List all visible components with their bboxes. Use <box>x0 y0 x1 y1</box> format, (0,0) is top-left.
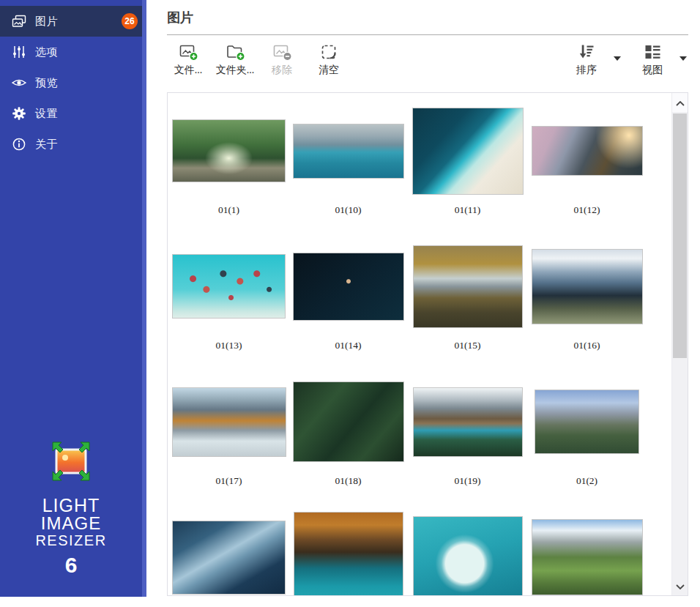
sidebar-item-settings[interactable]: 设置 <box>0 98 146 129</box>
view-icon <box>643 42 662 62</box>
gallery-item[interactable]: 01(1) <box>169 104 288 239</box>
thumbnail-caption: 01(17) <box>216 475 242 487</box>
clear-icon <box>319 42 338 62</box>
view-button-label: 视图 <box>642 64 663 77</box>
scroll-up-button[interactable] <box>672 93 688 112</box>
gallery-item[interactable]: 01(11) <box>408 104 527 239</box>
sidebar-item-pictures[interactable]: 图片26 <box>0 6 146 37</box>
clear-button[interactable]: 清空 <box>308 42 350 77</box>
pictures-icon <box>10 13 28 29</box>
sidebar-item-label: 图片 <box>35 15 58 29</box>
thumbnail-image[interactable] <box>413 516 523 596</box>
thumbnail-area <box>527 239 647 333</box>
sort-icon <box>577 42 596 62</box>
thumbnail-image[interactable] <box>172 254 286 319</box>
view-dropdown-caret[interactable] <box>679 51 687 64</box>
thumbnail-caption: 01(13) <box>216 340 242 351</box>
add-folder-button-label: 文件夹... <box>216 64 255 77</box>
thumbnail-image[interactable] <box>294 512 403 597</box>
thumbnail-image[interactable] <box>293 124 404 179</box>
thumbnail-image[interactable] <box>532 519 643 595</box>
gallery-item[interactable]: 01(12) <box>527 104 647 239</box>
sidebar: 图片26选项预览设置关于 <box>0 0 146 597</box>
thumbnail-area <box>527 104 647 198</box>
sidebar-item-preview[interactable]: 预览 <box>0 67 146 98</box>
toolbar-right-group: 排序视图 <box>565 42 688 77</box>
thumbnail-image[interactable] <box>172 387 286 457</box>
logo-text-light: LIGHT <box>0 496 142 515</box>
gallery-item[interactable]: 01(10) <box>288 104 408 239</box>
gallery-item[interactable]: 01(16) <box>527 239 647 375</box>
sidebar-item-label: 设置 <box>35 107 58 121</box>
add-file-icon <box>179 42 198 62</box>
gallery-item[interactable]: 01(14) <box>288 239 408 375</box>
scrollbar-thumb[interactable] <box>673 113 687 358</box>
sliders-icon <box>10 44 28 60</box>
gallery-item[interactable]: 01(19) <box>408 375 527 510</box>
gallery-item[interactable]: 01(15) <box>408 239 527 375</box>
thumbnail-caption: 01(11) <box>455 204 481 216</box>
thumbnail-image[interactable] <box>413 245 523 328</box>
gallery-item[interactable]: 01(2) <box>527 375 647 510</box>
add-files-button[interactable]: 文件... <box>167 42 209 77</box>
add-folder-icon <box>226 42 245 62</box>
gallery-item[interactable] <box>288 510 408 596</box>
thumbnail-area <box>169 239 288 333</box>
thumbnail-image[interactable] <box>532 126 643 176</box>
app-logo: LIGHT IMAGE RESIZER 6 <box>0 440 142 578</box>
thumbnail-caption: 01(19) <box>455 475 481 487</box>
thumbnail-caption: 01(18) <box>335 475 362 487</box>
add-folder-button[interactable]: 文件夹... <box>214 42 256 77</box>
app-window: 图片26选项预览设置关于 <box>0 0 700 607</box>
scrollbar[interactable] <box>671 93 688 595</box>
thumbnail-image[interactable] <box>293 381 404 462</box>
thumbnail-area <box>408 104 527 198</box>
thumbnail-area <box>408 239 527 333</box>
chevron-up-icon <box>676 96 685 109</box>
sort-button-label: 排序 <box>576 64 597 77</box>
remove-button-label: 移除 <box>272 64 292 77</box>
thumbnail-area <box>288 239 408 333</box>
gallery-item[interactable] <box>169 510 288 596</box>
sidebar-item-options[interactable]: 选项 <box>0 37 146 67</box>
gallery-item[interactable]: 01(18) <box>288 375 408 510</box>
thumbnail-caption: 01(14) <box>335 340 362 351</box>
thumbnail-area <box>288 375 408 469</box>
thumbnail-image[interactable] <box>172 119 286 182</box>
sidebar-item-label: 选项 <box>35 45 58 59</box>
thumbnail-area <box>169 375 288 469</box>
thumbnail-caption: 01(15) <box>455 340 481 351</box>
gallery-item[interactable] <box>527 510 647 596</box>
sort-dropdown-caret[interactable] <box>614 51 621 64</box>
thumbnail-caption: 01(12) <box>574 204 600 216</box>
logo-version: 6 <box>0 553 142 578</box>
remove-image-icon <box>272 42 292 62</box>
thumbnail-area <box>169 510 288 596</box>
sidebar-nav: 图片26选项预览设置关于 <box>0 0 146 160</box>
sort-button[interactable]: 排序 <box>565 42 608 77</box>
main-content: 图片 文件...文件夹...移除清空排序视图 01(1)01(10)01(11)… <box>146 0 700 607</box>
thumbnail-caption: 01(2) <box>576 475 597 487</box>
gallery-item[interactable]: 01(13) <box>169 239 288 375</box>
image-count-badge: 26 <box>122 13 138 29</box>
gallery-item[interactable] <box>408 510 527 596</box>
thumbnail-image[interactable] <box>412 108 524 195</box>
view-button[interactable]: 视图 <box>631 42 674 77</box>
gallery-grid: 01(1)01(10)01(11)01(12)01(13)01(14)01(15… <box>168 93 669 596</box>
thumbnail-area <box>527 510 647 596</box>
gear-icon <box>10 105 28 122</box>
thumbnail-image[interactable] <box>535 390 639 454</box>
thumbnail-image[interactable] <box>413 387 523 457</box>
remove-button: 移除 <box>261 42 303 77</box>
sidebar-item-label: 关于 <box>35 138 58 152</box>
sidebar-item-about[interactable]: 关于 <box>0 129 146 160</box>
gallery-item[interactable]: 01(17) <box>169 375 288 510</box>
add-files-button-label: 文件... <box>174 64 203 77</box>
thumbnail-image[interactable] <box>532 249 643 324</box>
logo-text-resizer: RESIZER <box>0 533 142 548</box>
sidebar-item-label: 预览 <box>35 76 58 90</box>
thumbnail-image[interactable] <box>293 253 404 321</box>
scroll-down-button[interactable] <box>672 576 688 595</box>
thumbnail-area <box>288 104 408 198</box>
thumbnail-image[interactable] <box>172 521 286 595</box>
